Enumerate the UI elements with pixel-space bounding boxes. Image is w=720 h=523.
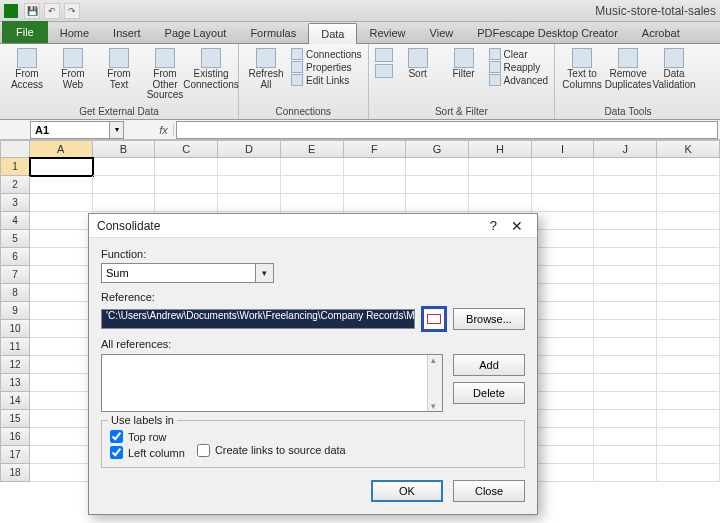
cell[interactable] [469, 194, 532, 212]
cell[interactable] [532, 356, 595, 374]
tab-home[interactable]: Home [48, 23, 101, 43]
cell[interactable] [594, 158, 657, 176]
cell[interactable] [657, 302, 720, 320]
col-header[interactable]: C [155, 140, 218, 158]
cell[interactable] [30, 248, 93, 266]
row-header[interactable]: 18 [0, 464, 30, 482]
left-column-checkbox[interactable]: Left column [110, 446, 185, 459]
row-header[interactable]: 12 [0, 356, 30, 374]
cell[interactable] [281, 176, 344, 194]
cell[interactable] [594, 266, 657, 284]
undo-icon[interactable]: ↶ [44, 3, 60, 19]
cell[interactable] [657, 374, 720, 392]
cell[interactable] [594, 338, 657, 356]
cell[interactable] [532, 392, 595, 410]
cell[interactable] [594, 230, 657, 248]
cell[interactable] [532, 320, 595, 338]
cell[interactable] [30, 356, 93, 374]
cell[interactable] [532, 446, 595, 464]
close-button[interactable]: ✕ [505, 218, 529, 234]
cell[interactable] [30, 176, 93, 194]
col-header[interactable]: D [218, 140, 281, 158]
cell[interactable] [657, 320, 720, 338]
col-header[interactable]: B [93, 140, 156, 158]
col-header[interactable]: A [30, 140, 93, 158]
dialog-titlebar[interactable]: Consolidate ? ✕ [89, 214, 537, 238]
cell[interactable] [30, 392, 93, 410]
cell[interactable] [657, 356, 720, 374]
col-header[interactable]: H [469, 140, 532, 158]
all-references-list[interactable] [101, 354, 443, 412]
col-header[interactable]: F [344, 140, 407, 158]
cell[interactable] [30, 266, 93, 284]
cell[interactable] [344, 158, 407, 176]
cell[interactable] [30, 194, 93, 212]
cell[interactable] [657, 230, 720, 248]
cell[interactable] [657, 410, 720, 428]
tab-pdfescape[interactable]: PDFescape Desktop Creator [465, 23, 630, 43]
cell[interactable] [532, 230, 595, 248]
edit-links-button[interactable]: Edit Links [291, 74, 362, 86]
cell[interactable] [30, 428, 93, 446]
from-other-sources-button[interactable]: From OtherSources [144, 48, 186, 101]
cell[interactable] [657, 212, 720, 230]
cell[interactable] [30, 212, 93, 230]
cell[interactable] [93, 176, 156, 194]
scrollbar[interactable] [427, 355, 442, 411]
cell[interactable] [30, 374, 93, 392]
close-dialog-button[interactable]: Close [453, 480, 525, 502]
cell[interactable] [30, 446, 93, 464]
clear-button[interactable]: Clear [489, 48, 548, 60]
cell[interactable] [657, 464, 720, 482]
cell[interactable] [594, 392, 657, 410]
cell[interactable] [532, 212, 595, 230]
data-validation-button[interactable]: DataValidation [653, 48, 695, 90]
row-header[interactable]: 14 [0, 392, 30, 410]
reference-input[interactable]: 'C:\Users\Andrew\Documents\Work\Freelanc… [101, 309, 415, 329]
cell[interactable] [406, 194, 469, 212]
cell[interactable] [657, 338, 720, 356]
cell[interactable] [657, 194, 720, 212]
row-header[interactable]: 10 [0, 320, 30, 338]
collapse-dialog-button[interactable] [421, 306, 447, 332]
row-header[interactable]: 4 [0, 212, 30, 230]
sort-az-button[interactable] [375, 48, 393, 62]
cell[interactable] [594, 374, 657, 392]
cell[interactable] [657, 428, 720, 446]
create-links-checkbox[interactable]: Create links to source data [197, 444, 346, 457]
col-header[interactable]: J [594, 140, 657, 158]
save-icon[interactable]: 💾 [24, 3, 40, 19]
tab-review[interactable]: Review [357, 23, 417, 43]
row-header[interactable]: 15 [0, 410, 30, 428]
top-row-checkbox[interactable]: Top row [110, 430, 185, 443]
help-button[interactable]: ? [482, 218, 505, 233]
cell[interactable] [155, 176, 218, 194]
cell[interactable] [30, 320, 93, 338]
cell[interactable] [594, 410, 657, 428]
tab-data[interactable]: Data [308, 23, 357, 44]
advanced-button[interactable]: Advanced [489, 74, 548, 86]
redo-icon[interactable]: ↷ [64, 3, 80, 19]
cell[interactable] [532, 266, 595, 284]
cell[interactable] [218, 158, 281, 176]
tab-page-layout[interactable]: Page Layout [153, 23, 239, 43]
cell[interactable] [344, 194, 407, 212]
cell[interactable] [594, 248, 657, 266]
cell[interactable] [30, 464, 93, 482]
tab-insert[interactable]: Insert [101, 23, 153, 43]
fx-icon[interactable]: fx [154, 124, 174, 136]
cell[interactable] [532, 374, 595, 392]
existing-connections-button[interactable]: ExistingConnections [190, 48, 232, 90]
formula-input[interactable] [176, 121, 718, 139]
cell[interactable] [406, 176, 469, 194]
cell[interactable] [532, 338, 595, 356]
cell[interactable] [30, 158, 93, 176]
cell[interactable] [532, 194, 595, 212]
filter-button[interactable]: Filter [443, 48, 485, 80]
from-web-button[interactable]: FromWeb [52, 48, 94, 90]
cell[interactable] [406, 158, 469, 176]
cell[interactable] [594, 446, 657, 464]
cell[interactable] [594, 176, 657, 194]
cell[interactable] [532, 428, 595, 446]
from-access-button[interactable]: FromAccess [6, 48, 48, 90]
